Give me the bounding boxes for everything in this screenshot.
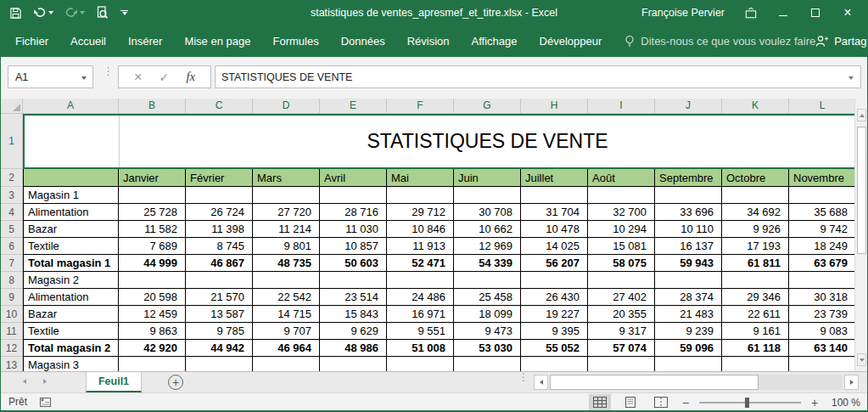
cell[interactable]: 46 964 bbox=[253, 340, 320, 357]
new-sheet-button[interactable]: + bbox=[168, 375, 183, 390]
cell[interactable]: Total magasin 1 bbox=[23, 255, 119, 272]
normal-view-button[interactable] bbox=[589, 394, 611, 410]
cell[interactable] bbox=[253, 357, 320, 371]
row-header-9[interactable]: 9 bbox=[1, 289, 23, 306]
cell[interactable]: 9 161 bbox=[722, 323, 789, 340]
cell[interactable] bbox=[387, 357, 454, 371]
cell[interactable]: 20 355 bbox=[588, 306, 655, 323]
scroll-down-arrow[interactable] bbox=[857, 353, 866, 366]
cell[interactable]: 26 430 bbox=[521, 289, 588, 306]
cell[interactable]: 9 863 bbox=[119, 323, 186, 340]
cell[interactable]: 44 999 bbox=[119, 255, 186, 272]
cell[interactable]: 8 745 bbox=[186, 238, 253, 255]
cell[interactable]: 10 294 bbox=[588, 221, 655, 238]
cell[interactable] bbox=[789, 272, 856, 289]
column-header-a[interactable]: A bbox=[23, 99, 119, 114]
cell[interactable]: Avril bbox=[320, 169, 387, 187]
cell[interactable]: 10 110 bbox=[655, 221, 722, 238]
column-header-i[interactable]: I bbox=[588, 99, 655, 114]
cell[interactable]: Septembre bbox=[655, 169, 722, 187]
cell[interactable]: 48 735 bbox=[253, 255, 320, 272]
cell[interactable] bbox=[588, 272, 655, 289]
cell[interactable]: 9 742 bbox=[789, 221, 856, 238]
cell[interactable]: 21 570 bbox=[186, 289, 253, 306]
cell[interactable] bbox=[454, 187, 521, 204]
cell[interactable]: 15 081 bbox=[588, 238, 655, 255]
cell[interactable]: Bazar bbox=[23, 306, 119, 323]
cell[interactable]: 23 514 bbox=[320, 289, 387, 306]
cell[interactable]: Juin bbox=[454, 169, 521, 187]
row-header-11[interactable]: 11 bbox=[1, 323, 23, 340]
cell[interactable]: 11 030 bbox=[320, 221, 387, 238]
cell[interactable] bbox=[655, 187, 722, 204]
column-header-l[interactable]: L bbox=[789, 99, 856, 114]
cell[interactable] bbox=[119, 187, 186, 204]
cell[interactable]: 30 318 bbox=[789, 289, 856, 306]
cell[interactable]: 11 913 bbox=[387, 238, 454, 255]
cell[interactable]: 42 920 bbox=[119, 340, 186, 357]
cell[interactable]: 11 398 bbox=[186, 221, 253, 238]
scroll-left-arrow[interactable] bbox=[534, 375, 548, 390]
cell[interactable]: 25 458 bbox=[454, 289, 521, 306]
cell[interactable]: 29 346 bbox=[722, 289, 789, 306]
cell[interactable]: Total magasin 2 bbox=[23, 340, 119, 357]
tab-bar-resize-handle[interactable]: ⋮ bbox=[518, 375, 523, 380]
cell[interactable]: 20 598 bbox=[119, 289, 186, 306]
cell[interactable]: Alimentation bbox=[23, 204, 119, 221]
row-header-8[interactable]: 8 bbox=[1, 272, 23, 289]
insert-function-button[interactable]: fx bbox=[186, 70, 194, 84]
cell[interactable]: 7 689 bbox=[119, 238, 186, 255]
cell[interactable] bbox=[588, 187, 655, 204]
ribbon-tab-fichier[interactable]: Fichier bbox=[4, 25, 59, 57]
cell[interactable] bbox=[387, 272, 454, 289]
cell[interactable]: 24 486 bbox=[387, 289, 454, 306]
cell[interactable] bbox=[655, 357, 722, 371]
ribbon-tab-affichage[interactable]: Affichage bbox=[461, 25, 529, 57]
cell[interactable]: Novembre bbox=[789, 169, 856, 187]
zoom-out-button[interactable]: − bbox=[680, 396, 691, 409]
cell[interactable] bbox=[186, 357, 253, 371]
column-header-g[interactable]: G bbox=[454, 99, 521, 114]
cell[interactable]: 10 857 bbox=[320, 238, 387, 255]
cell[interactable]: 53 030 bbox=[454, 340, 521, 357]
cell[interactable]: 12 969 bbox=[454, 238, 521, 255]
vertical-scrollbar[interactable] bbox=[854, 99, 867, 371]
cell[interactable]: 26 724 bbox=[186, 204, 253, 221]
scroll-right-arrow[interactable] bbox=[844, 375, 859, 390]
cell[interactable]: 52 471 bbox=[387, 255, 454, 272]
cell[interactable] bbox=[186, 187, 253, 204]
cell[interactable]: 9 317 bbox=[588, 323, 655, 340]
cell[interactable]: 28 716 bbox=[320, 204, 387, 221]
cell[interactable]: 30 708 bbox=[454, 204, 521, 221]
zoom-slider-track[interactable] bbox=[699, 402, 801, 404]
cell[interactable]: 18 249 bbox=[789, 238, 856, 255]
cell[interactable]: 57 074 bbox=[588, 340, 655, 357]
cell[interactable]: 9 473 bbox=[454, 323, 521, 340]
cell[interactable]: 18 099 bbox=[454, 306, 521, 323]
cell[interactable]: 48 986 bbox=[320, 340, 387, 357]
row-header-4[interactable]: 4 bbox=[1, 204, 23, 221]
enter-entry-button[interactable]: ✓ bbox=[160, 71, 170, 84]
zoom-in-button[interactable]: + bbox=[809, 396, 820, 409]
cell[interactable]: 54 339 bbox=[454, 255, 521, 272]
maximize-button[interactable] bbox=[809, 7, 821, 19]
column-header-h[interactable]: H bbox=[521, 99, 588, 114]
cell[interactable]: 23 739 bbox=[789, 306, 856, 323]
cell[interactable]: 33 696 bbox=[655, 204, 722, 221]
name-box[interactable]: A1 bbox=[8, 65, 93, 88]
cell[interactable]: 50 603 bbox=[320, 255, 387, 272]
cell[interactable]: 58 075 bbox=[588, 255, 655, 272]
zoom-level[interactable]: 100 % bbox=[828, 397, 860, 409]
ribbon-tab-mise-en-page[interactable]: Mise en page bbox=[173, 25, 261, 57]
cell[interactable]: 9 785 bbox=[186, 323, 253, 340]
cell[interactable]: 35 688 bbox=[789, 204, 856, 221]
cell[interactable]: Magasin 2 bbox=[23, 272, 119, 289]
row-header-6[interactable]: 6 bbox=[1, 238, 23, 255]
next-sheet-arrow[interactable] bbox=[43, 379, 47, 384]
cell[interactable]: Magasin 3 bbox=[23, 357, 119, 371]
ribbon-tab-r-vision[interactable]: Révision bbox=[396, 25, 461, 57]
cell[interactable]: 9 629 bbox=[320, 323, 387, 340]
cell[interactable] bbox=[655, 272, 722, 289]
cell[interactable]: Octobre bbox=[722, 169, 789, 187]
cell[interactable]: 34 692 bbox=[722, 204, 789, 221]
